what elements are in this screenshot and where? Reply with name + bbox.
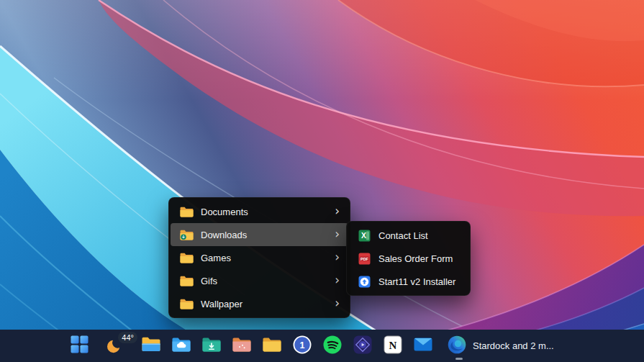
folder-icon [179,276,194,286]
mail-icon [414,338,432,354]
menu-item-games[interactable]: Games › [171,246,348,269]
menu-item-label: Documents [201,207,327,217]
svg-text:N: N [389,340,397,351]
menu-item-gifs[interactable]: Gifs › [171,269,348,292]
taskbar: 44° [0,330,644,362]
temperature-badge: 44° [118,332,137,343]
taskbar-clipchamp[interactable] [348,332,377,361]
svg-text:PDF: PDF [360,256,368,261]
taskbar-file-explorer[interactable] [137,332,165,361]
yellow-folder-icon [263,338,281,355]
menu-item-label: Start11 v2 Installer [378,276,460,287]
folder-icon [179,299,194,309]
taskbar-1password[interactable]: 1 [288,332,317,361]
folder-icon [179,253,194,263]
menu-item-label: Downloads [201,230,327,240]
taskbar-downloads-folder[interactable] [197,332,226,361]
chevron-right-icon: › [335,297,340,309]
taskbar-notion[interactable]: N [378,332,407,361]
taskbar-mail[interactable] [409,332,437,361]
start11-installer-icon [357,276,371,288]
taskbar-documents-folder[interactable] [258,332,286,361]
edge-icon [448,335,466,357]
notion-icon: N [384,335,402,357]
taskbar-onedrive-folder[interactable] [167,332,196,361]
folder-icon [179,207,194,217]
file-explorer-icon [142,337,160,355]
start11-folder-menu: Documents › Downloads › Games › [168,197,350,318]
running-app-indicator [455,358,463,360]
submenu-item-start11-installer[interactable]: Start11 v2 Installer [348,270,468,293]
menu-item-label: Wallpaper [201,299,327,309]
spotify-icon [323,335,342,357]
submenu-item-sales-order-form[interactable]: PDF Sales Order Form [348,247,468,270]
1password-icon: 1 [293,335,312,357]
downloads-submenu: X Contact List PDF Sales Order Form [346,221,471,296]
svg-text:X: X [360,231,366,240]
menu-item-label: Games [201,253,327,263]
edge-tab-label: Stardock and 2 m... [473,340,554,351]
chevron-right-icon: › [335,228,340,240]
cloud-folder-icon [172,338,191,355]
menu-item-label: Contact List [378,230,460,241]
menu-item-wallpaper[interactable]: Wallpaper › [171,292,348,315]
folder-download-icon [179,230,194,240]
downloads-folder-icon [202,338,221,355]
taskbar-spotify[interactable] [318,332,347,361]
chevron-right-icon: › [335,205,340,217]
svg-text:1: 1 [300,340,305,350]
menu-item-downloads[interactable]: Downloads › [171,223,348,246]
excel-file-icon: X [357,230,371,242]
chevron-right-icon: › [335,251,340,263]
weather-widget[interactable]: 44° [99,332,135,361]
submenu-item-contact-list[interactable]: X Contact List [348,224,468,247]
pictures-folder-icon [232,338,251,355]
taskbar-edge[interactable]: Stardock and 2 m... [439,332,563,361]
menu-item-label: Gifs [201,276,327,286]
start-button[interactable] [65,332,94,361]
desktop: Documents › Downloads › Games › [0,0,644,362]
menu-item-label: Sales Order Form [378,253,460,264]
pdf-file-icon: PDF [357,253,371,265]
clipchamp-icon [353,335,372,357]
windows-logo-icon [71,335,89,356]
menu-item-documents[interactable]: Documents › [171,200,348,223]
chevron-right-icon: › [335,274,340,286]
taskbar-pictures-folder[interactable] [227,332,256,361]
